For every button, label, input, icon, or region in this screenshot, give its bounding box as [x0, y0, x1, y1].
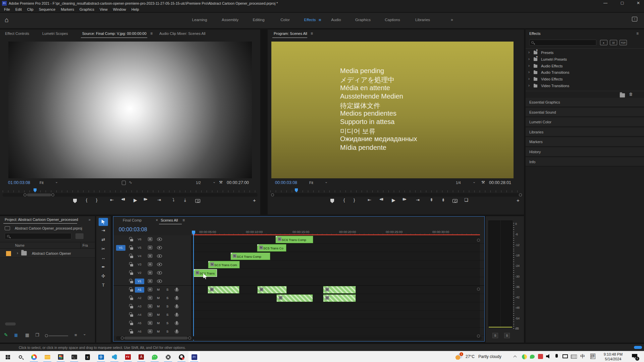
tab-effect-controls[interactable]: Effect Controls — [5, 32, 29, 36]
zoom-slider-track[interactable] — [49, 336, 68, 336]
clock-time[interactable]: 9:10:48 PM — [601, 352, 625, 356]
audio-clip[interactable]: fx — [323, 286, 356, 294]
program-timecode[interactable]: 00:00:03:08 — [275, 180, 297, 185]
tab-effects[interactable]: Effects — [529, 32, 540, 36]
track-name-v6[interactable]: V6 — [135, 237, 144, 242]
effects-folder-label[interactable]: Presets — [541, 51, 553, 55]
tray-wechat-icon[interactable] — [530, 355, 535, 359]
slip-tool[interactable]: ↔ — [99, 254, 108, 262]
taskbar-search-button[interactable] — [16, 353, 25, 361]
freeform-view-button[interactable]: ❐ — [35, 333, 39, 338]
track-content[interactable] — [192, 277, 480, 286]
program-zoom-select[interactable]: Fit⌄ — [307, 180, 329, 186]
track-output-eye-icon[interactable] — [157, 263, 162, 266]
solo-right-button[interactable]: S — [504, 333, 510, 338]
effects-folder-label[interactable]: Lumetri Presets — [541, 57, 567, 61]
chevron-right-icon[interactable]: › — [528, 63, 530, 68]
zoom-slider-handle[interactable] — [45, 334, 48, 337]
go-to-in-button[interactable]: ⇤ — [368, 197, 371, 202]
tab-scenes-all[interactable]: Scenes All — [161, 218, 178, 222]
track-lock-icon[interactable] — [130, 298, 133, 300]
taskbar-start-button[interactable] — [3, 353, 12, 361]
track-mute-button[interactable]: M — [157, 288, 160, 291]
track-mute-button[interactable]: M — [157, 321, 160, 325]
track-output-eye-icon[interactable] — [157, 238, 162, 241]
add-marker-button[interactable] — [73, 199, 77, 203]
workspace-overflow-icon[interactable]: » — [451, 17, 453, 22]
pen-tool[interactable]: ✒ — [99, 263, 108, 272]
taskbar-settings[interactable] — [164, 353, 172, 361]
track-mute-button[interactable]: M — [157, 304, 160, 308]
label-color-chip[interactable] — [6, 251, 11, 256]
minimize-button[interactable]: — — [600, 1, 610, 5]
collapsed-panel-label[interactable]: Info — [529, 160, 535, 164]
effects-folder-label[interactable]: Audio Effects — [541, 64, 563, 68]
clock-date[interactable]: 5/14/2024 — [601, 357, 625, 361]
track-solo-button[interactable]: S — [166, 313, 168, 316]
workspace-tab-assembly[interactable]: Assembly — [222, 18, 238, 22]
maximize-button[interactable]: ▢ — [617, 1, 627, 5]
workspace-tab-graphics[interactable]: Graphics — [355, 18, 371, 22]
audio-clip[interactable]: fx — [323, 294, 356, 302]
taskbar-photos[interactable] — [56, 353, 65, 361]
yuv-effects-button[interactable]: YUV — [620, 40, 627, 45]
tray-mic-icon[interactable] — [555, 354, 558, 358]
track-content[interactable] — [192, 327, 480, 336]
vscrollbar-handle[interactable] — [477, 288, 480, 291]
track-name-a5[interactable]: A5 — [135, 320, 144, 326]
workspace-tab-libraries[interactable]: Libraries — [415, 18, 430, 22]
delete-custom-item-icon[interactable]: 🗑 — [629, 92, 633, 97]
sort-icon[interactable]: ≡ — [74, 333, 77, 338]
scrollbar-handle-left[interactable] — [271, 193, 274, 196]
accelerated-effects-button[interactable]: ▸ — [600, 40, 607, 45]
track-sync-toggle-icon[interactable] — [148, 262, 152, 266]
tab-project[interactable]: Project: Abstract Cartoon Opener_process… — [5, 218, 78, 222]
workspace-tab-captions[interactable]: Captions — [385, 18, 400, 22]
effects-tree-row[interactable]: ›Video Effects — [526, 76, 644, 82]
mark-in-button[interactable]: { — [343, 197, 345, 202]
tab-program-monitor[interactable]: Program: Scenes All — [274, 32, 307, 36]
export-frame-button[interactable] — [195, 199, 200, 203]
source-patch-v1[interactable]: V1 — [116, 245, 125, 251]
workspace-tab-effects[interactable]: Effects — [304, 18, 316, 22]
column-framerate[interactable]: Fra — [83, 243, 88, 247]
workspace-tab-audio[interactable]: Audio — [331, 18, 341, 22]
tray-qqmusic-icon[interactable] — [522, 354, 527, 359]
track-record-mic-icon[interactable] — [176, 304, 178, 308]
go-to-out-button[interactable]: ⇥ — [157, 197, 161, 202]
taskbar-terminal[interactable]: >_ — [70, 353, 78, 361]
extract-button[interactable]: ⇟ — [441, 197, 445, 202]
effects-tree-row[interactable]: ›Video Transitions — [526, 83, 644, 89]
track-content[interactable] — [192, 302, 480, 311]
collapsed-panel-label[interactable]: History — [529, 150, 541, 154]
drag-audio-icon[interactable]: ∿ — [129, 180, 132, 185]
tab-source-monitor[interactable]: Source: Final Comp: V.jpg: 00:00:00:00 — [82, 32, 147, 36]
go-to-in-button[interactable]: ⇤ — [110, 197, 114, 202]
selection-tool[interactable] — [99, 218, 108, 226]
effects-tree-row[interactable]: ›Audio Transitions — [526, 69, 644, 76]
vscrollbar-handle[interactable] — [477, 335, 480, 338]
tray-volume-icon[interactable]: 🕪 — [546, 354, 551, 359]
track-name-v2[interactable]: V2 — [135, 270, 144, 276]
track-sync-toggle-icon[interactable] — [148, 296, 152, 300]
tab-lumetri-scopes[interactable]: Lumetri Scopes — [42, 32, 68, 36]
collapsed-panel-label[interactable]: Libraries — [529, 130, 543, 134]
close-tab-icon[interactable]: ✕ — [156, 219, 158, 222]
track-solo-button[interactable]: S — [166, 288, 168, 291]
collapsed-panel-essential-sound[interactable]: Essential Sound — [526, 108, 644, 117]
track-select-forward-tool[interactable]: ⇥ — [99, 227, 108, 235]
taskbar-vscode[interactable] — [110, 353, 119, 361]
track-record-mic-icon[interactable] — [176, 321, 178, 324]
lift-button[interactable]: ⇞ — [430, 197, 433, 202]
chevron-right-icon[interactable]: › — [17, 250, 18, 255]
weather-desc[interactable]: Partly cloudy — [478, 354, 501, 359]
chevron-right-icon[interactable]: › — [528, 50, 530, 55]
menu-file[interactable]: File — [1, 7, 13, 11]
weather-temp[interactable]: 27°C — [466, 354, 475, 359]
chevron-right-icon[interactable]: › — [528, 57, 530, 61]
hand-tool[interactable]: ✣ — [99, 273, 108, 281]
source-resolution-select[interactable]: 1/2⌄ — [194, 180, 217, 186]
new-custom-bin-icon[interactable] — [620, 93, 625, 98]
tab-final-comp[interactable]: Final Comp — [123, 218, 142, 222]
track-lock-icon[interactable] — [130, 256, 133, 258]
